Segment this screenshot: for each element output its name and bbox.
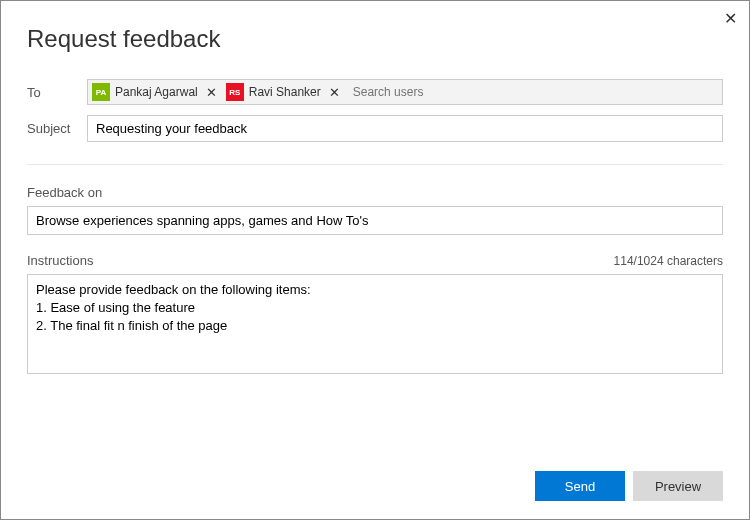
recipient-name: Ravi Shanker: [249, 85, 321, 99]
dialog-title: Request feedback: [27, 25, 723, 53]
instructions-header: Instructions 114/1024 characters: [27, 253, 723, 268]
avatar: PA: [92, 83, 110, 101]
preview-button[interactable]: Preview: [633, 471, 723, 501]
feedback-on-input[interactable]: [27, 206, 723, 235]
character-count: 114/1024 characters: [614, 254, 723, 268]
dialog-footer: Send Preview: [27, 471, 723, 501]
recipient-chip: PA Pankaj Agarwal ✕: [92, 83, 222, 101]
subject-label: Subject: [27, 121, 87, 136]
subject-input[interactable]: [87, 115, 723, 142]
feedback-on-label: Feedback on: [27, 185, 723, 200]
instructions-textarea[interactable]: [27, 274, 723, 374]
remove-recipient-icon[interactable]: ✕: [203, 85, 220, 100]
subject-row: Subject: [27, 115, 723, 142]
recipient-chip: RS Ravi Shanker ✕: [226, 83, 345, 101]
send-button[interactable]: Send: [535, 471, 625, 501]
close-icon[interactable]: ✕: [720, 7, 741, 31]
avatar: RS: [226, 83, 244, 101]
to-row: To PA Pankaj Agarwal ✕ RS Ravi Shanker ✕: [27, 79, 723, 105]
remove-recipient-icon[interactable]: ✕: [326, 85, 343, 100]
to-field[interactable]: PA Pankaj Agarwal ✕ RS Ravi Shanker ✕: [87, 79, 723, 105]
request-feedback-dialog: ✕ Request feedback To PA Pankaj Agarwal …: [0, 0, 750, 520]
to-label: To: [27, 85, 87, 100]
instructions-label: Instructions: [27, 253, 93, 268]
search-users-input[interactable]: [349, 82, 718, 102]
divider: [27, 164, 723, 165]
recipient-name: Pankaj Agarwal: [115, 85, 198, 99]
